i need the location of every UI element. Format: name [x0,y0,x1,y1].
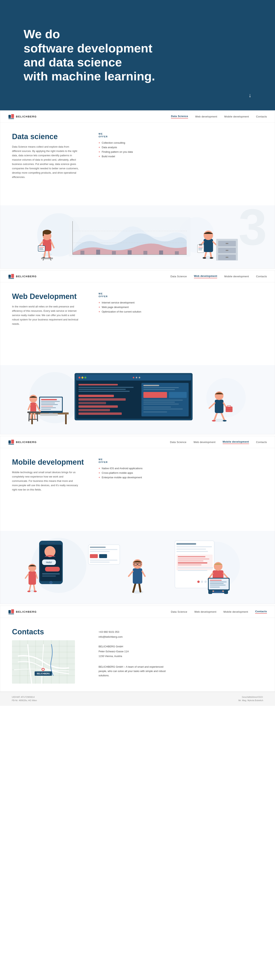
svg-line-7 [49,251,49,258]
svg-rect-154 [28,571,36,585]
svg-rect-36 [144,251,147,255]
svg-rect-126 [215,399,223,413]
svg-line-87 [29,413,29,421]
svg-rect-0 [8,115,11,118]
nav-link-wd-md[interactable]: Web development [194,441,216,444]
svg-rect-38 [175,251,179,255]
contact-company: BELICHBERG GmbH [98,644,263,649]
contacts-left: Contacts [12,628,87,684]
svg-rect-75 [41,407,56,408]
offer-item-md-2: Cross-platform mobile apps [98,471,263,475]
nav-link-data-science[interactable]: Data Science [171,115,188,118]
svg-point-152 [27,590,30,592]
svg-point-141 [47,547,53,553]
nav-link-ds-md[interactable]: Data Science [170,441,186,444]
svg-rect-185 [178,562,207,563]
svg-point-96 [133,377,134,379]
svg-rect-207 [210,585,226,585]
footer-uid: UID/VAT: ATU72905814 [12,695,37,699]
svg-rect-112 [144,389,175,390]
svg-rect-73 [41,404,58,405]
offer-item-wd-3: Optimization of the current solution [98,309,263,314]
svg-rect-169 [133,568,142,584]
nav-link-mobile-development[interactable]: Mobile development [224,115,249,118]
svg-rect-177 [177,543,196,545]
nav-link-md-wd[interactable]: Mobile development [224,275,249,278]
svg-rect-101 [79,389,126,390]
svg-rect-135 [8,444,14,445]
svg-rect-119 [144,409,183,409]
svg-rect-209 [8,610,11,613]
logo-contacts[interactable]: BELICHBERG [8,609,37,615]
contact-address: Peter-Schwarz-Gasse 11A1150 Vienna, Aust… [98,649,263,659]
data-science-left: Data science Data Science means collect … [12,132,87,197]
svg-rect-48 [198,245,204,253]
contact-about: BELICHBERG GmbH – A team of smart and ex… [98,665,169,678]
svg-rect-118 [144,407,171,407]
svg-rect-108 [79,412,122,415]
svg-rect-114 [169,392,186,398]
scroll-down-arrow[interactable]: ↓ [249,92,251,99]
nav-link-wd-wd[interactable]: Web development [194,275,217,278]
nav-link-md-md[interactable]: Mobile development [223,440,249,444]
nav-link-contacts-contacts[interactable]: Contacts [255,610,267,614]
svg-rect-62 [8,278,14,279]
footer-left: UID/VAT: ATU72905814 FB-Nr: 489026v, HG … [12,695,37,702]
nav-link-wd-contacts[interactable]: Web development [194,610,217,613]
nav-link-contacts[interactable]: Contacts [256,115,267,118]
svg-rect-74 [41,406,53,407]
offer-item: Finding pattern on you data [98,150,263,154]
svg-rect-117 [144,404,179,404]
svg-text:BELICHBERG: BELICHBERG [37,673,50,675]
logo-icon [8,113,14,119]
nav-link-contacts-wd[interactable]: Contacts [256,275,267,278]
logo[interactable]: BELICHBERG [8,113,37,119]
logo-wd[interactable]: BELICHBERG [8,273,37,280]
svg-rect-107 [79,409,110,411]
svg-rect-20 [41,258,53,259]
data-science-right: WEOFFER Collection consulting Data analy… [98,132,263,197]
svg-line-84 [31,412,32,419]
offer-item-md-1: Native iOS and Android applications [98,466,263,471]
svg-rect-1 [11,114,14,118]
svg-rect-145 [42,573,60,574]
contact-phone: +43 660 9101 053 [98,630,263,635]
map-svg: BELICHBERG [12,640,75,684]
svg-rect-182 [178,556,205,557]
svg-rect-37 [159,250,163,255]
svg-rect-59 [226,257,228,258]
data-science-section: BELICHBERG Data Science Web development … [0,110,275,269]
nav-link-md-contacts[interactable]: Mobile development [223,610,248,613]
svg-point-189 [197,581,200,583]
svg-rect-144 [45,567,60,571]
svg-rect-110 [144,385,159,386]
nav-link-web-development[interactable]: Web development [195,115,217,118]
svg-point-94 [81,377,84,379]
svg-rect-70 [41,399,57,400]
svg-rect-211 [8,614,14,614]
svg-line-168 [139,583,141,592]
svg-rect-134 [11,440,14,444]
svg-rect-164 [90,560,117,561]
offer-item: Collection consulting [98,140,263,145]
nav-link-ds-wd[interactable]: Data Science [170,275,186,278]
footer-ceo-label: Geschäftsführer/CEO: [239,695,263,699]
logo-md[interactable]: BELICHBERG [8,439,37,445]
mobile-dev-title: Mobile development [12,458,87,467]
svg-rect-44 [204,239,213,252]
web-development-section: BELICHBERG Data Science Web development … [0,270,275,434]
svg-rect-57 [226,243,228,244]
svg-rect-163 [99,554,107,558]
svg-rect-184 [178,560,203,562]
contacts-map: BELICHBERG [12,640,75,684]
web-dev-content: Web Development In the modern world all … [0,282,275,365]
nav-link-ds-contacts[interactable]: Data Science [171,610,187,613]
nav-link-contacts-md[interactable]: Contacts [256,441,267,444]
svg-point-97 [136,377,137,379]
svg-line-170 [129,571,133,576]
hero-section: We dosoftware developmentand data scienc… [0,0,275,110]
svg-rect-113 [144,392,167,398]
svg-rect-111 [144,387,179,388]
nav-web-development: BELICHBERG Data Science Web development … [0,270,275,282]
svg-rect-49 [199,244,202,245]
